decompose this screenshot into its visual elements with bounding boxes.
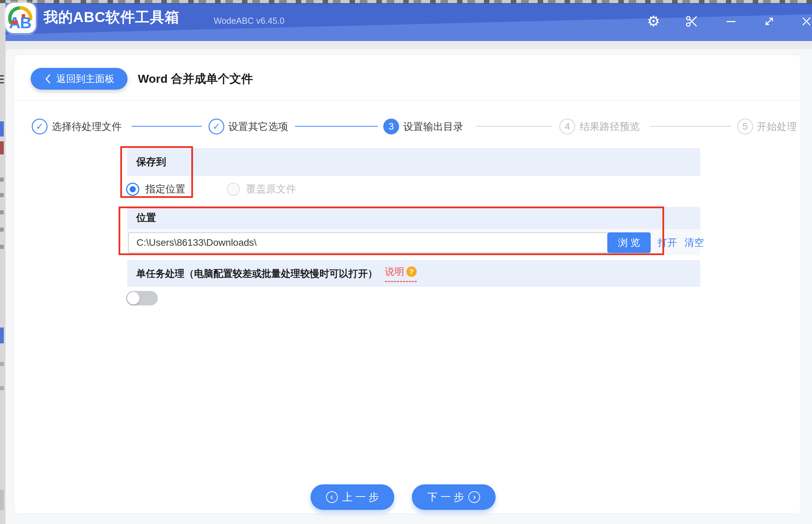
app-logo: A B [6, 3, 36, 33]
background-fragment [0, 490, 4, 510]
app-version: WodeABC v6.45.0 [214, 16, 284, 26]
maximize-resize-icon[interactable] [762, 14, 777, 29]
annotation-rectangle-location [119, 206, 664, 255]
background-fragment [0, 141, 4, 154]
page-title: Word 合并成单个文件 [138, 71, 253, 87]
previous-step-button[interactable]: ‹ 上 一 步 [311, 484, 394, 510]
background-fragment [0, 121, 4, 137]
step-connector [295, 126, 378, 127]
step-3-number: 3 [388, 121, 394, 132]
step-1-label: 选择待处理文件 [52, 119, 122, 134]
clear-path-link[interactable]: 清空 [684, 236, 704, 249]
background-fragment [0, 245, 4, 249]
check-icon: ✓ [213, 121, 221, 132]
background-fragment [0, 178, 4, 182]
settings-gear-icon[interactable]: ⚙ [646, 14, 661, 29]
radio-overwrite-original[interactable] [227, 183, 240, 196]
app-logo-graphic: A B [6, 3, 36, 33]
help-question-icon[interactable]: ? [406, 266, 417, 277]
single-task-section-header: 单任务处理（电脑配置较差或批量处理较慢时可以打开） 说明 ? [127, 260, 700, 287]
step-3-label: 设置输出目录 [403, 119, 463, 134]
step-2-label: 设置其它选项 [228, 119, 288, 134]
app-window: A B 我的ABC软件工具箱 WodeABC v6.45.0 ⚙ [0, 0, 812, 524]
minimize-icon[interactable] [723, 14, 739, 29]
step-5-number: 5 [742, 121, 748, 132]
background-fragment [0, 228, 4, 232]
check-icon: ✓ [36, 121, 44, 132]
back-button-label: 返回到主面板 [57, 72, 114, 85]
help-link-group[interactable]: 说明 ? [385, 265, 417, 282]
background-window-top-strip [0, 0, 812, 3]
previous-step-label: 上 一 步 [342, 490, 379, 504]
step-5-label: 开始处理 [757, 119, 797, 134]
toggle-knob [127, 292, 140, 304]
step-3-circle: 3 [383, 119, 399, 134]
back-chevron-icon [44, 74, 52, 84]
app-title: 我的ABC软件工具箱 [43, 8, 180, 27]
background-fragment [0, 79, 4, 80]
next-step-label: 下 一 步 [427, 490, 464, 504]
step-4-label: 结果路径预览 [580, 119, 640, 134]
step-5-circle: 5 [737, 119, 753, 134]
svg-text:B: B [20, 14, 31, 32]
step-connector [650, 126, 731, 127]
radio-overwrite-original-label: 覆盖原文件 [246, 182, 296, 196]
step-4-circle: 4 [559, 119, 575, 134]
single-task-label: 单任务处理（电脑配置较差或批量处理较慢时可以打开） [136, 267, 377, 280]
next-step-button[interactable]: 下 一 步 › [412, 484, 496, 510]
header-divider [14, 100, 800, 101]
save-to-section-header: 保存到 [127, 148, 700, 176]
background-window-left-strip [0, 3, 6, 524]
chevron-left-circle-icon: ‹ [326, 491, 338, 503]
step-2-circle: ✓ [209, 119, 224, 134]
background-fragment [0, 82, 4, 83]
help-link[interactable]: 说明 [385, 265, 404, 278]
background-fragment [0, 386, 4, 390]
background-fragment [0, 328, 4, 343]
step-4-number: 4 [565, 121, 570, 132]
background-fragment [0, 210, 4, 214]
screenshot-scissors-icon[interactable] [684, 14, 699, 29]
chevron-right-circle-icon: › [468, 491, 480, 503]
step-connector [132, 126, 202, 127]
close-icon[interactable] [799, 14, 812, 29]
background-fragment [0, 193, 4, 197]
step-connector [476, 126, 552, 127]
background-fragment [0, 362, 4, 366]
single-task-toggle[interactable] [126, 291, 158, 305]
step-1-circle: ✓ [32, 119, 48, 134]
annotation-rectangle-save-to [120, 146, 193, 198]
back-to-dashboard-button[interactable]: 返回到主面板 [31, 68, 128, 90]
location-links: 打开 清空 [658, 232, 704, 253]
background-fragment [0, 75, 4, 77]
